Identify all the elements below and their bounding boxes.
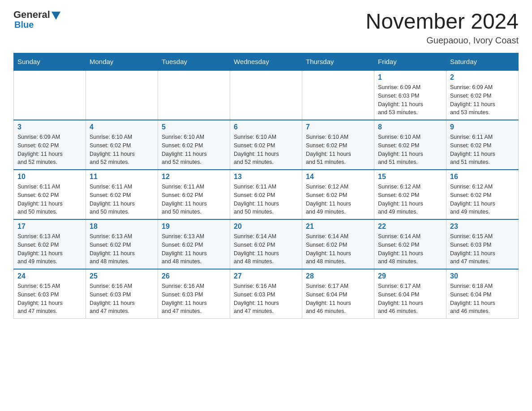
day-info: Sunrise: 6:14 AMSunset: 6:02 PMDaylight:… [234, 232, 298, 266]
calendar-table: SundayMondayTuesdayWednesdayThursdayFrid… [13, 53, 519, 319]
day-number: 26 [162, 272, 226, 280]
calendar-cell: 5Sunrise: 6:10 AMSunset: 6:02 PMDaylight… [158, 120, 230, 170]
calendar-cell: 12Sunrise: 6:11 AMSunset: 6:02 PMDayligh… [158, 170, 230, 219]
calendar-cell [158, 70, 230, 120]
day-number: 24 [17, 272, 82, 280]
calendar-cell: 18Sunrise: 6:13 AMSunset: 6:02 PMDayligh… [86, 219, 158, 269]
day-number: 15 [378, 173, 442, 181]
day-info: Sunrise: 6:15 AMSunset: 6:03 PMDaylight:… [450, 232, 515, 266]
day-info: Sunrise: 6:12 AMSunset: 6:02 PMDaylight:… [450, 183, 515, 216]
day-number: 22 [378, 223, 442, 231]
column-header-sunday: Sunday [14, 53, 86, 71]
calendar-cell: 3Sunrise: 6:09 AMSunset: 6:02 PMDaylight… [14, 120, 86, 170]
calendar-cell: 10Sunrise: 6:11 AMSunset: 6:02 PMDayligh… [14, 170, 86, 219]
day-number: 21 [306, 223, 370, 231]
day-info: Sunrise: 6:11 AMSunset: 6:02 PMDaylight:… [162, 183, 226, 216]
logo-general-text: General [13, 9, 50, 21]
calendar-cell: 2Sunrise: 6:09 AMSunset: 6:02 PMDaylight… [446, 70, 519, 120]
calendar-cell: 6Sunrise: 6:10 AMSunset: 6:02 PMDaylight… [230, 120, 302, 170]
calendar-cell: 27Sunrise: 6:16 AMSunset: 6:03 PMDayligh… [230, 269, 302, 319]
column-header-tuesday: Tuesday [158, 53, 230, 71]
day-number: 7 [306, 123, 370, 131]
day-number: 11 [90, 173, 154, 181]
column-header-monday: Monday [86, 53, 158, 71]
calendar-cell: 29Sunrise: 6:17 AMSunset: 6:04 PMDayligh… [374, 269, 446, 319]
week-row-4: 17Sunrise: 6:13 AMSunset: 6:02 PMDayligh… [14, 219, 519, 269]
day-number: 23 [450, 223, 515, 231]
day-number: 5 [162, 123, 226, 131]
day-number: 13 [234, 173, 298, 181]
week-row-5: 24Sunrise: 6:15 AMSunset: 6:03 PMDayligh… [14, 269, 519, 319]
day-info: Sunrise: 6:13 AMSunset: 6:02 PMDaylight:… [90, 232, 154, 266]
calendar-title: November 2024 [365, 9, 519, 34]
calendar-cell: 17Sunrise: 6:13 AMSunset: 6:02 PMDayligh… [14, 219, 86, 269]
day-number: 14 [306, 173, 370, 181]
day-info: Sunrise: 6:11 AMSunset: 6:02 PMDaylight:… [90, 183, 154, 216]
day-info: Sunrise: 6:09 AMSunset: 6:02 PMDaylight:… [17, 133, 82, 167]
day-number: 1 [378, 73, 442, 81]
calendar-cell: 13Sunrise: 6:11 AMSunset: 6:02 PMDayligh… [230, 170, 302, 219]
calendar-header-row: SundayMondayTuesdayWednesdayThursdayFrid… [14, 53, 519, 71]
day-info: Sunrise: 6:09 AMSunset: 6:03 PMDaylight:… [378, 83, 442, 117]
day-number: 20 [234, 223, 298, 231]
title-section: November 2024 Guepaouo, Ivory Coast [365, 9, 519, 46]
day-number: 6 [234, 123, 298, 131]
day-info: Sunrise: 6:12 AMSunset: 6:02 PMDaylight:… [378, 183, 442, 216]
day-number: 12 [162, 173, 226, 181]
day-number: 4 [90, 123, 154, 131]
day-number: 25 [90, 272, 154, 280]
week-row-1: 1Sunrise: 6:09 AMSunset: 6:03 PMDaylight… [14, 70, 519, 120]
column-header-saturday: Saturday [446, 53, 519, 71]
calendar-cell: 15Sunrise: 6:12 AMSunset: 6:02 PMDayligh… [374, 170, 446, 219]
calendar-cell: 11Sunrise: 6:11 AMSunset: 6:02 PMDayligh… [86, 170, 158, 219]
day-number: 18 [90, 223, 154, 231]
column-header-thursday: Thursday [302, 53, 374, 71]
calendar-cell: 19Sunrise: 6:13 AMSunset: 6:02 PMDayligh… [158, 219, 230, 269]
week-row-3: 10Sunrise: 6:11 AMSunset: 6:02 PMDayligh… [14, 170, 519, 219]
day-info: Sunrise: 6:12 AMSunset: 6:02 PMDaylight:… [306, 183, 370, 216]
day-info: Sunrise: 6:17 AMSunset: 6:04 PMDaylight:… [306, 282, 370, 316]
logo: General Blue [13, 9, 60, 30]
day-info: Sunrise: 6:10 AMSunset: 6:02 PMDaylight:… [90, 133, 154, 167]
day-number: 27 [234, 272, 298, 280]
calendar-cell [230, 70, 302, 120]
calendar-cell [14, 70, 86, 120]
calendar-cell: 22Sunrise: 6:14 AMSunset: 6:02 PMDayligh… [374, 219, 446, 269]
day-number: 29 [378, 272, 442, 280]
day-info: Sunrise: 6:16 AMSunset: 6:03 PMDaylight:… [90, 282, 154, 316]
day-info: Sunrise: 6:11 AMSunset: 6:02 PMDaylight:… [450, 133, 515, 167]
calendar-cell: 26Sunrise: 6:16 AMSunset: 6:03 PMDayligh… [158, 269, 230, 319]
calendar-cell: 25Sunrise: 6:16 AMSunset: 6:03 PMDayligh… [86, 269, 158, 319]
day-info: Sunrise: 6:14 AMSunset: 6:02 PMDaylight:… [378, 232, 442, 266]
day-info: Sunrise: 6:10 AMSunset: 6:02 PMDaylight:… [162, 133, 226, 167]
day-info: Sunrise: 6:14 AMSunset: 6:02 PMDaylight:… [306, 232, 370, 266]
calendar-cell: 24Sunrise: 6:15 AMSunset: 6:03 PMDayligh… [14, 269, 86, 319]
day-info: Sunrise: 6:11 AMSunset: 6:02 PMDaylight:… [17, 183, 82, 216]
week-row-2: 3Sunrise: 6:09 AMSunset: 6:02 PMDaylight… [14, 120, 519, 170]
day-info: Sunrise: 6:10 AMSunset: 6:02 PMDaylight:… [378, 133, 442, 167]
day-number: 30 [450, 272, 515, 280]
column-header-friday: Friday [374, 53, 446, 71]
day-number: 17 [17, 223, 82, 231]
calendar-cell: 7Sunrise: 6:10 AMSunset: 6:02 PMDaylight… [302, 120, 374, 170]
day-info: Sunrise: 6:18 AMSunset: 6:04 PMDaylight:… [450, 282, 515, 316]
calendar-cell [86, 70, 158, 120]
calendar-cell: 28Sunrise: 6:17 AMSunset: 6:04 PMDayligh… [302, 269, 374, 319]
day-info: Sunrise: 6:15 AMSunset: 6:03 PMDaylight:… [17, 282, 82, 316]
calendar-subtitle: Guepaouo, Ivory Coast [365, 35, 519, 46]
day-number: 28 [306, 272, 370, 280]
logo-triangle-icon [51, 12, 60, 20]
calendar-cell: 8Sunrise: 6:10 AMSunset: 6:02 PMDaylight… [374, 120, 446, 170]
day-info: Sunrise: 6:10 AMSunset: 6:02 PMDaylight:… [234, 133, 298, 167]
day-number: 3 [17, 123, 82, 131]
calendar-cell: 21Sunrise: 6:14 AMSunset: 6:02 PMDayligh… [302, 219, 374, 269]
day-number: 16 [450, 173, 515, 181]
day-info: Sunrise: 6:13 AMSunset: 6:02 PMDaylight:… [162, 232, 226, 266]
day-number: 2 [450, 73, 515, 81]
calendar-cell: 1Sunrise: 6:09 AMSunset: 6:03 PMDaylight… [374, 70, 446, 120]
day-info: Sunrise: 6:16 AMSunset: 6:03 PMDaylight:… [162, 282, 226, 316]
logo-blue-text: Blue [14, 20, 34, 30]
day-info: Sunrise: 6:17 AMSunset: 6:04 PMDaylight:… [378, 282, 442, 316]
calendar-cell: 20Sunrise: 6:14 AMSunset: 6:02 PMDayligh… [230, 219, 302, 269]
day-info: Sunrise: 6:16 AMSunset: 6:03 PMDaylight:… [234, 282, 298, 316]
